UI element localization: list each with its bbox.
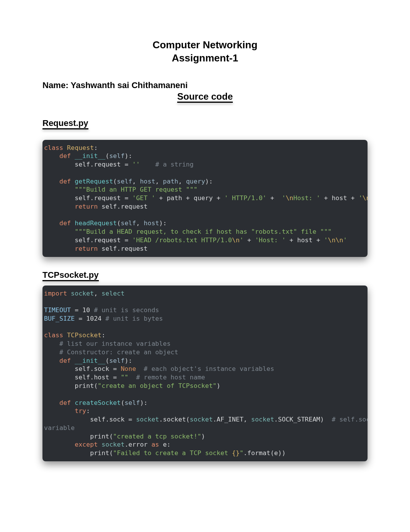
code-block-tcpsocket: import socket, select TIMEOUT = 10 # uni…: [42, 286, 368, 461]
file-section-tcpsocket: TCPsocket.py import socket, select TIMEO…: [42, 270, 368, 461]
code-pre-request: class Request: def __init__(self): self.…: [44, 144, 365, 253]
title-line-2: Assignment-1: [42, 52, 368, 65]
file-heading-tcpsocket: TCPsocket.py: [42, 270, 99, 280]
code-block-request: class Request: def __init__(self): self.…: [42, 140, 368, 257]
title-line-1: Computer Networking: [42, 39, 368, 52]
source-code-heading: Source code: [42, 91, 368, 102]
file-heading-request: Request.py: [42, 118, 88, 128]
file-section-request: Request.py class Request: def __init__(s…: [42, 118, 368, 257]
source-code-heading-text: Source code: [177, 91, 233, 102]
student-name: Name: Yashwanth sai Chithamaneni: [42, 80, 368, 90]
page-root: Computer Networking Assignment-1 Name: Y…: [0, 0, 410, 498]
code-pre-tcpsocket: import socket, select TIMEOUT = 10 # uni…: [44, 289, 365, 457]
document-title: Computer Networking Assignment-1: [42, 39, 368, 65]
